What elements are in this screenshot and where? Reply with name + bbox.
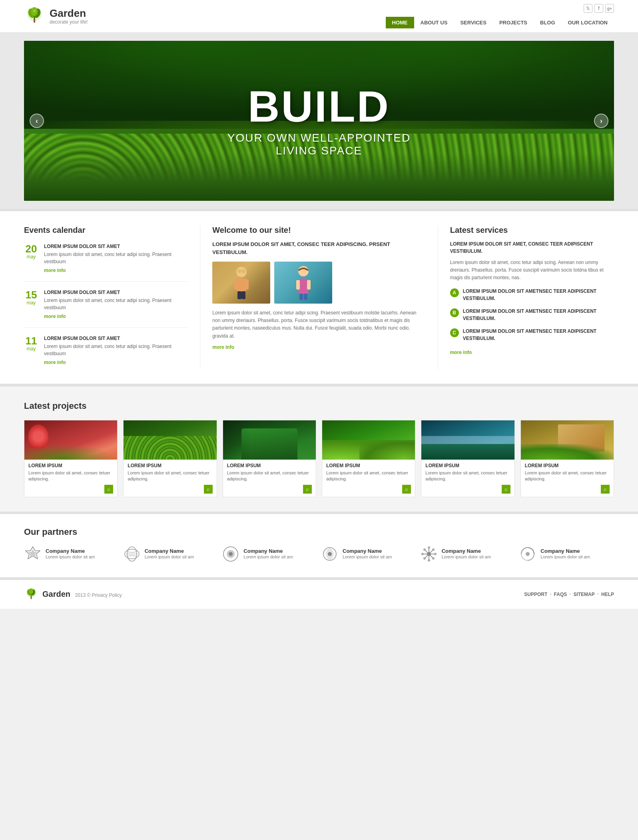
welcome-more[interactable]: more info [212,344,234,350]
project-label-6: LOREM IPSUM [525,463,610,468]
svg-point-27 [328,552,332,556]
event-content-1: LOREM IPSUM DOLOR SIT AMET Lorem ipsum d… [44,244,188,273]
service-item-text-a: LOREM IPSUM DOLOR SIT AMETNSEC TEER ADIP… [463,288,614,302]
partner-name-4: Company Name [343,548,392,554]
services-more[interactable]: more info [450,350,472,355]
svg-point-32 [428,546,430,549]
partner-name-2: Company Name [145,548,194,554]
event-more-2[interactable]: more info [44,314,66,319]
project-desc-1: Lorem ipsum dolor sit amet, consec tetue… [28,470,113,482]
google-plus-icon[interactable]: g+ [605,4,614,13]
footer-link-help[interactable]: HELP [601,592,614,597]
svg-rect-47 [31,595,32,599]
nav-item-home[interactable]: HOME [386,17,414,28]
project-info-5: LOREM IPSUM Lorem ipsum dolor sit amet, … [421,460,514,497]
hero-next-button[interactable]: › [594,114,608,128]
project-desc-2: Lorem ipsum dolor sit amet, consec tetue… [128,470,212,482]
nav-item-projects[interactable]: PROJECTS [493,17,534,28]
service-letter-b: B [450,308,459,317]
project-img-2 [124,420,216,460]
event-content-3: LOREM IPSUM DOLOR SIT AMET Lorem ipsum d… [44,336,188,365]
svg-rect-17 [299,294,303,300]
events-col: Events calendar 20 may LOREM IPSUM DOLOR… [24,226,200,369]
welcome-col: Welcome to our site! LOREM IPSUM DOLOR S… [200,226,438,369]
project-label-5: LOREM IPSUM [425,463,510,468]
event-more-1[interactable]: more info [44,268,66,273]
project-label-1: LOREM IPSUM [28,463,113,468]
twitter-icon[interactable]: 𝕏 [584,4,592,13]
footer-link-support[interactable]: SUPPORT [524,592,547,597]
partner-desc-6: Lorem ipsum dolor sit am [540,554,590,560]
project-img-1 [24,420,117,460]
event-more-3[interactable]: more info [44,360,66,365]
footer-link-sitemap[interactable]: SITEMAP [573,592,594,597]
nav-item-services[interactable]: SERVICES [454,17,493,28]
partner-desc-5: Lorem ipsum dolor sit am [442,554,491,560]
social-icons: 𝕏 f g+ [584,4,614,13]
event-day-2: 15 [26,290,37,300]
project-desc-3: Lorem ipsum dolor sit amet, consec tetue… [227,470,312,482]
project-zoom-1[interactable]: ⌕ [104,485,113,494]
partner-3: Company Name Lorem ipsum dolor sit am [222,545,317,563]
partner-name-1: Company Name [46,548,95,554]
project-info-4: LOREM IPSUM Lorem ipsum dolor sit amet, … [322,460,415,497]
hero-subtitle-2: LIVING SPACE [276,144,362,157]
svg-point-40 [427,552,431,556]
svg-rect-8 [234,279,238,290]
partner-logo-5 [420,545,438,563]
project-info-3: LOREM IPSUM Lorem ipsum dolor sit amet, … [223,460,316,497]
zoom-icon-2: ⌕ [207,486,210,492]
svg-point-33 [428,559,430,562]
partner-logo-6 [519,545,536,563]
header-right: 𝕏 f g+ HOME ABOUT US SERVICES PROJECTS B… [386,4,614,28]
welcome-photo-man [212,262,270,304]
nav-item-about[interactable]: ABOUT US [414,17,454,28]
project-zoom-6[interactable]: ⌕ [601,485,610,494]
header: Garden decorate your life! 𝕏 f g+ HOME A… [0,0,638,33]
hero-overlay: BUILD YOUR OWN WELL-APPOINTED LIVING SPA… [24,41,614,201]
partner-info-4: Company Name Lorem ipsum dolor sit am [343,548,392,560]
event-month-2: may [27,300,36,306]
service-item-text-c: LOREM IPSUM DOLOR SIT AMETNSEC TEER ADIP… [463,328,614,342]
svg-rect-15 [296,280,300,290]
project-img-5 [421,420,514,460]
project-desc-5: Lorem ipsum dolor sit amet, consec tetue… [425,470,510,482]
project-desc-6: Lorem ipsum dolor sit amet, consec tetue… [525,470,610,482]
footer-logo-name: Garden [42,590,70,598]
nav-item-location[interactable]: OUR LOCATION [562,17,614,28]
nav-item-blog[interactable]: BLOG [534,17,562,28]
project-zoom-2[interactable]: ⌕ [204,485,213,494]
footer-sep-1: • [550,592,551,597]
facebook-icon[interactable]: f [594,4,603,13]
partner-4: Company Name Lorem ipsum dolor sit am [321,545,416,563]
partner-info-2: Company Name Lorem ipsum dolor sit am [145,548,194,560]
project-zoom-5[interactable]: ⌕ [502,485,510,494]
project-zoom-4[interactable]: ⌕ [402,485,411,494]
partner-info-6: Company Name Lorem ipsum dolor sit am [540,548,590,560]
hero-title: BUILD [248,84,390,128]
svg-rect-9 [245,279,249,290]
service-list-item-b: B LOREM IPSUM DOLOR SIT AMETNSEC TEER AD… [450,308,614,322]
service-list-item-c: C LOREM IPSUM DOLOR SIT AMETNSEC TEER AD… [450,328,614,342]
svg-rect-4 [34,17,35,23]
services-lead: LOREM IPSUM DOLOR SIT AMET, CONSEC TEER … [450,240,614,255]
footer-logo-text: Garden 2013 © Privacy Policy [42,590,122,599]
svg-point-14 [298,266,309,276]
partners-section: Our partners Company Name Lorem ipsum do… [0,514,638,577]
svg-point-39 [423,557,426,560]
hero-prev-button[interactable]: ‹ [30,114,44,128]
event-date-2: 15 may [24,290,38,319]
project-zoom-3[interactable]: ⌕ [303,485,312,494]
svg-rect-10 [237,291,241,299]
partner-5: Company Name Lorem ipsum dolor sit am [420,545,515,563]
event-title-2: LOREM IPSUM DOLOR SIT AMET [44,290,188,295]
event-day-1: 20 [26,244,37,254]
project-img-6 [521,420,614,460]
partner-info-5: Company Name Lorem ipsum dolor sit am [442,548,491,560]
partner-logo-2 [123,545,141,563]
event-item-3: 11 may LOREM IPSUM DOLOR SIT AMET Lorem … [24,336,188,365]
partners-title: Our partners [24,527,614,537]
services-col: Latest services LOREM IPSUM DOLOR SIT AM… [438,226,614,369]
services-desc: Lorem ipsum dolor sit amet, conc tetur a… [450,259,614,282]
footer-link-faqs[interactable]: FAQS [554,592,567,597]
